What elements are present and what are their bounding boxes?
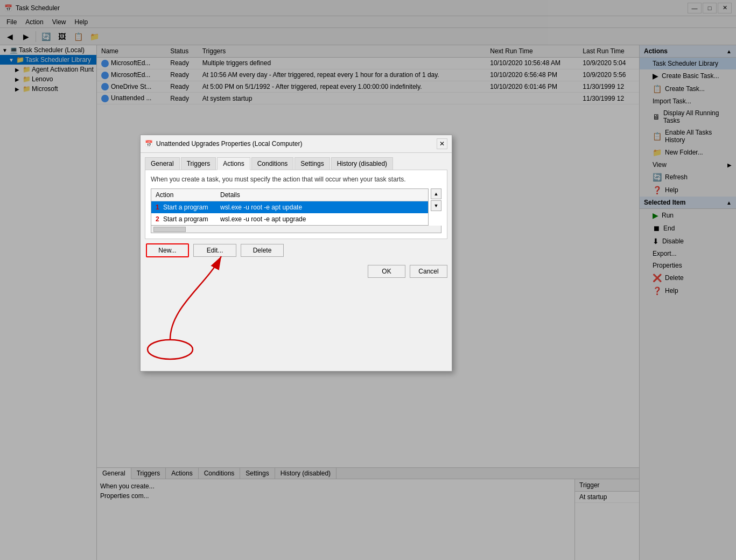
- action-row-1[interactable]: 1 Start a program wsl.exe -u root -e apt…: [151, 201, 428, 214]
- action-details-1: wsl.exe -u root -e apt update: [216, 201, 428, 214]
- dialog-tab-history[interactable]: History (disabled): [331, 157, 393, 170]
- row-num-1: 1: [156, 204, 159, 211]
- dialog-description: When you create a task, you must specify…: [151, 176, 441, 183]
- modal-overlay: 📅 Unattended Upgrades Properties (Local …: [0, 0, 736, 560]
- dialog-tab-actions[interactable]: Actions: [217, 157, 250, 170]
- table-scroll-buttons: ▲ ▼: [431, 188, 441, 211]
- dialog-ok-cancel: OK Cancel: [141, 262, 452, 281]
- dialog-tab-conditions[interactable]: Conditions: [251, 157, 294, 170]
- action-type-2: Start a program: [163, 215, 208, 223]
- svg-point-1: [148, 340, 193, 359]
- dialog-content: When you create a task, you must specify…: [145, 170, 447, 239]
- action-type-1: Start a program: [163, 204, 208, 211]
- actions-table: Action Details 1 Start a program wsl.exe…: [151, 189, 428, 225]
- dialog-title-bar: 📅 Unattended Upgrades Properties (Local …: [141, 135, 452, 153]
- dialog-tab-triggers[interactable]: Triggers: [181, 157, 216, 170]
- scroll-up-button[interactable]: ▲: [431, 188, 441, 199]
- dialog-unattended-upgrades: 📅 Unattended Upgrades Properties (Local …: [140, 135, 452, 372]
- dialog-tab-settings[interactable]: Settings: [295, 157, 330, 170]
- row-num-2: 2: [156, 215, 159, 223]
- new-action-button[interactable]: New...: [146, 243, 189, 257]
- dialog-tab-general[interactable]: General: [145, 157, 180, 170]
- ok-button[interactable]: OK: [368, 265, 405, 278]
- dialog-title: Unattended Upgrades Properties (Local Co…: [156, 140, 302, 148]
- action-details-2: wsl.exe -u root -e apt upgrade: [216, 213, 428, 225]
- scroll-thumb[interactable]: [153, 227, 186, 232]
- dialog-close-button[interactable]: ✕: [437, 138, 447, 149]
- actions-table-wrapper: Action Details 1 Start a program wsl.exe…: [151, 188, 429, 226]
- scroll-down-button[interactable]: ▼: [431, 200, 441, 211]
- edit-action-button[interactable]: Edit...: [193, 244, 236, 257]
- horizontal-scrollbar[interactable]: [151, 226, 441, 233]
- action-row-2[interactable]: 2 Start a program wsl.exe -u root -e apt…: [151, 213, 428, 225]
- actions-table-area: Action Details 1 Start a program wsl.exe…: [151, 188, 441, 226]
- actions-col-action: Action: [151, 189, 216, 201]
- delete-action-button[interactable]: Delete: [241, 244, 284, 257]
- dialog-tabs: General Triggers Actions Conditions Sett…: [141, 153, 452, 170]
- cancel-button[interactable]: Cancel: [410, 265, 447, 278]
- actions-col-details: Details: [216, 189, 428, 201]
- dialog-action-buttons: New... Edit... Delete: [141, 239, 452, 262]
- dialog-icon: 📅: [145, 140, 153, 148]
